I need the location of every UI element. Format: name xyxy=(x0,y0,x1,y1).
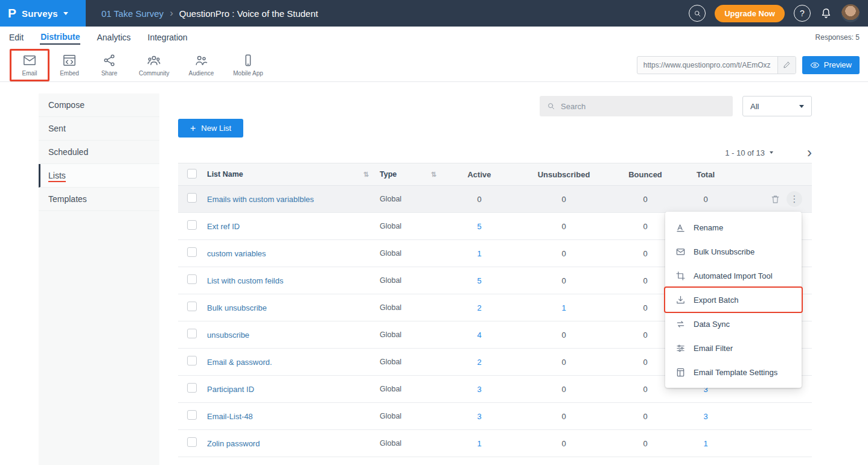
breadcrumb: 01 Take Survey › QuestionPro : Voice of … xyxy=(101,7,318,19)
menu-item-email-filter[interactable]: Email Filter xyxy=(665,336,802,360)
list-name-link[interactable]: Zolin password xyxy=(207,439,260,448)
row-checkbox[interactable] xyxy=(187,356,197,365)
list-filter-select[interactable]: All xyxy=(742,96,812,116)
breadcrumb-survey-title: QuestionPro : Voice of the Student xyxy=(179,8,318,19)
list-name-link[interactable]: Emails with custom variablbles xyxy=(207,195,314,204)
pencil-icon xyxy=(783,61,791,69)
row-checkbox[interactable] xyxy=(187,220,197,230)
kebab-icon: ⋮ xyxy=(790,194,799,204)
sidebar-item-scheduled[interactable]: Scheduled xyxy=(39,141,159,164)
survey-nav: Edit Distribute Analytics Integration Re… xyxy=(0,27,868,48)
list-name-link[interactable]: Ext ref ID xyxy=(207,222,240,231)
menu-item-data-sync[interactable]: Data Sync xyxy=(665,312,802,336)
pagination-range-dropdown[interactable]: 1 - 10 of 13 xyxy=(725,148,773,157)
topbar-actions: Upgrade Now ? xyxy=(689,4,868,22)
questionpro-logo: P xyxy=(8,6,16,21)
tool-embed[interactable]: Embed xyxy=(49,49,89,81)
topbar: P Surveys 01 Take Survey › QuestionPro :… xyxy=(0,0,868,27)
list-search-input[interactable] xyxy=(561,102,726,111)
list-name-link[interactable]: Email-List-48 xyxy=(207,412,253,421)
sort-icon[interactable]: ⇅ xyxy=(363,171,369,179)
upgrade-now-button[interactable]: Upgrade Now xyxy=(715,5,785,22)
sidebar-item-sent[interactable]: Sent xyxy=(39,117,159,141)
crop-tool-icon xyxy=(676,271,685,280)
row-checkbox[interactable] xyxy=(187,329,197,338)
select-all-checkbox[interactable] xyxy=(187,169,197,179)
global-search-button[interactable] xyxy=(689,5,706,22)
col-header-list-name[interactable]: List Name⇅ xyxy=(206,170,378,179)
row-checkbox[interactable] xyxy=(187,302,197,311)
row-checkbox[interactable] xyxy=(187,410,197,420)
menu-item-email-template-settings[interactable]: Email Template Settings xyxy=(665,360,802,384)
search-icon xyxy=(694,10,701,17)
table-row[interactable]: Email-List-48 Global 3 0 0 3 xyxy=(178,403,812,430)
pagination: 1 - 10 of 13 › xyxy=(178,145,812,160)
row-checkbox[interactable] xyxy=(187,437,197,447)
download-icon xyxy=(676,296,685,305)
rename-icon xyxy=(676,223,685,232)
audience-icon xyxy=(194,54,208,67)
edit-url-button[interactable] xyxy=(777,57,796,74)
chevron-down-icon xyxy=(63,12,68,15)
sidebar-item-compose[interactable]: Compose xyxy=(39,93,159,117)
row-menu-button[interactable]: ⋮ xyxy=(787,191,802,207)
mobile-icon xyxy=(241,54,255,67)
new-list-button[interactable]: + New List xyxy=(178,119,243,138)
next-page-button[interactable]: › xyxy=(807,145,812,160)
chevron-down-icon xyxy=(799,105,804,108)
help-button[interactable]: ? xyxy=(794,5,811,22)
table-row[interactable]: Emails with custom variablbles Global 0 … xyxy=(178,186,812,213)
survey-url-input[interactable] xyxy=(637,61,777,69)
menu-item-automated-import[interactable]: Automated Import Tool xyxy=(665,264,802,288)
eye-icon xyxy=(810,60,820,70)
menu-item-rename[interactable]: Rename xyxy=(665,215,802,239)
list-name-link[interactable]: Email & password. xyxy=(207,358,272,367)
row-context-menu: Rename Bulk Unsubscribe Automated Import… xyxy=(665,212,802,388)
row-checkbox[interactable] xyxy=(187,247,197,257)
menu-item-bulk-unsubscribe[interactable]: Bulk Unsubscribe xyxy=(665,239,802,264)
list-name-link[interactable]: List with custom feilds xyxy=(207,276,283,285)
embed-icon xyxy=(63,54,76,67)
chevron-down-icon xyxy=(770,151,773,154)
tab-analytics[interactable]: Analytics xyxy=(96,31,131,44)
list-name-link[interactable]: Participant ID xyxy=(207,385,254,394)
bell-icon xyxy=(820,7,832,20)
list-name-link[interactable]: unsubscribe xyxy=(207,331,249,340)
list-name-link[interactable]: custom variables xyxy=(207,249,266,258)
email-sidebar: Compose Sent Scheduled Lists Templates xyxy=(39,93,159,465)
row-checkbox[interactable] xyxy=(187,383,197,393)
surveys-menu-button[interactable]: P Surveys xyxy=(0,0,86,27)
tool-community[interactable]: Community xyxy=(129,49,179,81)
sidebar-item-lists[interactable]: Lists xyxy=(39,164,159,188)
col-header-type[interactable]: Type⇅ xyxy=(378,170,446,179)
row-checkbox[interactable] xyxy=(187,193,197,203)
plus-icon: + xyxy=(190,124,196,133)
notifications-button[interactable] xyxy=(820,7,832,20)
sidebar-item-templates[interactable]: Templates xyxy=(39,188,159,211)
tab-edit[interactable]: Edit xyxy=(8,31,24,44)
row-checkbox[interactable] xyxy=(187,274,197,284)
menu-item-export-batch[interactable]: Export Batch xyxy=(665,288,802,312)
delete-list-button[interactable] xyxy=(770,194,780,204)
tool-share[interactable]: Share xyxy=(89,49,129,81)
user-avatar[interactable] xyxy=(841,4,860,22)
tab-integration[interactable]: Integration xyxy=(147,31,188,44)
responses-count: Responses: 5 xyxy=(815,33,860,42)
tool-email[interactable]: Email xyxy=(10,49,49,81)
tool-mobile-app[interactable]: Mobile App xyxy=(223,49,272,81)
col-header-bounced: Bounced xyxy=(615,170,675,179)
surveys-menu-label: Surveys xyxy=(22,8,58,19)
sort-icon[interactable]: ⇅ xyxy=(431,171,436,179)
tab-distribute[interactable]: Distribute xyxy=(40,31,80,45)
breadcrumb-survey-link[interactable]: 01 Take Survey xyxy=(101,8,164,19)
table-header: List Name⇅ Type⇅ Active Unsubscribed Bou… xyxy=(178,163,812,186)
list-name-link[interactable]: Bulk unsubscribe xyxy=(207,303,267,312)
tool-audience[interactable]: Audience xyxy=(179,49,224,81)
email-icon xyxy=(23,54,36,67)
trash-icon xyxy=(770,194,780,204)
table-row[interactable]: Zolin password Global 1 0 0 1 xyxy=(178,430,812,457)
preview-button[interactable]: Preview xyxy=(802,56,860,74)
template-icon xyxy=(676,368,685,377)
share-icon xyxy=(103,54,116,67)
sync-icon xyxy=(676,320,685,329)
